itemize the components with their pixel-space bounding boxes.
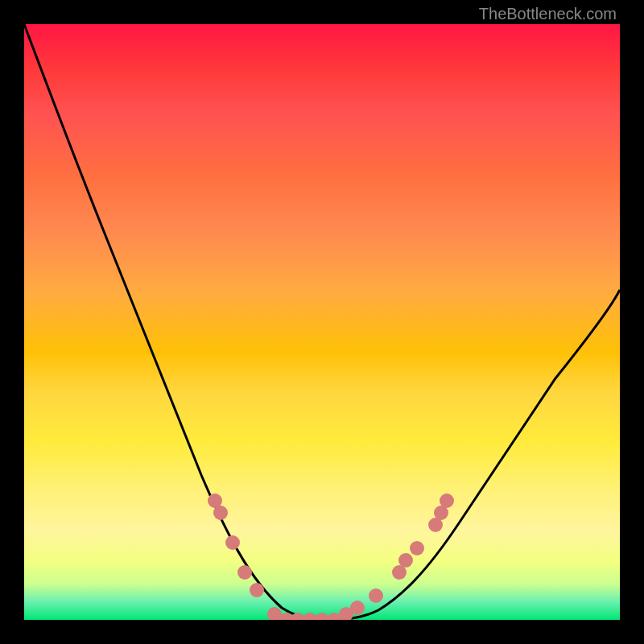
- chart-frame: TheBottleneck.com: [0, 0, 644, 644]
- curve-marker: [398, 553, 413, 568]
- curve-marker: [213, 506, 228, 520]
- curve-marker: [225, 535, 240, 550]
- curve-marker: [350, 601, 365, 615]
- watermark-text: TheBottleneck.com: [479, 5, 617, 23]
- curve-marker: [267, 607, 282, 620]
- curve-marker: [237, 565, 252, 580]
- curve-marker: [410, 541, 424, 555]
- curve-marker: [440, 493, 454, 508]
- bottleneck-curve: [24, 24, 620, 620]
- curve-marker: [250, 583, 264, 597]
- curve-svg: [24, 24, 620, 620]
- curve-marker: [369, 588, 383, 603]
